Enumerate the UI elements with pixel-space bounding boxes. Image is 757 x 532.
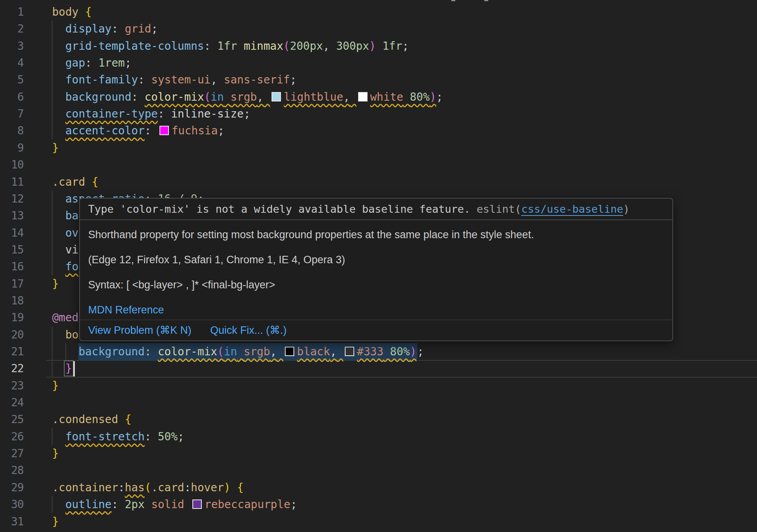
docs-browser-support: (Edge 12, Firefox 1, Safari 1, Chrome 1,…	[88, 254, 664, 266]
line-number[interactable]: 21	[0, 343, 24, 360]
line-number[interactable]: 26	[0, 428, 24, 445]
line-number[interactable]: 14	[0, 224, 24, 241]
code-token: font-stretch	[65, 430, 145, 443]
code-token	[237, 345, 244, 358]
line-number[interactable]: 13	[0, 207, 24, 224]
line-number[interactable]: 31	[0, 513, 24, 530]
code-token: :	[131, 90, 138, 103]
code-token: display	[65, 22, 112, 35]
code-line-23[interactable]: 23}	[0, 377, 757, 394]
line-number[interactable]: 6	[0, 89, 24, 105]
code-token	[145, 498, 151, 511]
line-number[interactable]: 5	[0, 71, 24, 88]
code-line-26[interactable]: 26 font-stretch: 50%;	[0, 428, 757, 445]
code-line-7[interactable]: 7 container-type: inline-size;	[0, 105, 757, 123]
code-token: in	[224, 345, 237, 358]
code-token: ;	[402, 40, 409, 52]
line-number[interactable]: 15	[0, 241, 24, 258]
code-text: bo	[52, 326, 78, 343]
line-number[interactable]: 1	[0, 4, 24, 20]
code-token	[165, 107, 171, 120]
code-token: font-family	[65, 73, 138, 86]
line-number[interactable]: 10	[0, 156, 24, 173]
code-token: vi	[65, 243, 79, 256]
line-number[interactable]: 28	[0, 462, 24, 479]
code-line-3[interactable]: 3 grid-template-columns: 1fr minmax(200p…	[0, 38, 757, 55]
code-line-10[interactable]: 10	[0, 156, 757, 174]
code-line-2[interactable]: 2 display: grid;	[0, 20, 757, 38]
code-token: :	[204, 40, 211, 52]
code-token	[52, 209, 65, 222]
diagnostic-highlight-range: background: color-mix(in srgb, black, #3…	[78, 343, 417, 361]
code-line-30[interactable]: 30 outline: 2px solid rebeccapurple;	[0, 496, 757, 513]
line-number[interactable]: 3	[0, 38, 24, 54]
diagnostic-rule-link[interactable]: css/use-baseline	[521, 203, 623, 215]
line-number[interactable]: 16	[0, 258, 24, 275]
code-text: .condensed {	[52, 411, 131, 428]
code-line-1[interactable]: 1body {	[0, 4, 757, 21]
code-line-22[interactable]: 22 }	[0, 360, 757, 377]
code-token: :	[112, 22, 118, 35]
code-token: fo	[65, 260, 79, 273]
code-token: }	[52, 447, 59, 460]
code-line-31[interactable]: 31}	[0, 513, 757, 530]
code-token	[52, 430, 65, 443]
line-number[interactable]: 22	[0, 360, 24, 377]
code-editor[interactable]: 1body {2 display: grid;3 grid-template-c…	[0, 0, 757, 532]
code-token: ,	[330, 345, 337, 358]
line-number[interactable]: 7	[0, 105, 24, 122]
code-line-6[interactable]: 6 background: color-mix(in srgb, lightbl…	[0, 89, 757, 106]
line-number[interactable]: 20	[0, 326, 24, 343]
code-line-28[interactable]: 28	[0, 462, 757, 479]
line-number[interactable]: 19	[0, 309, 24, 326]
line-number[interactable]: 4	[0, 54, 24, 71]
code-token: inline-size	[171, 107, 243, 120]
warning-squiggle-range: color-mix(in srgb, lightblue, white 80%)	[145, 90, 436, 103]
line-number[interactable]: 30	[0, 496, 24, 513]
code-line-8[interactable]: 8 accent-color: fuchsia;	[0, 122, 757, 139]
mdn-reference-link[interactable]: MDN Reference	[88, 304, 164, 316]
line-number[interactable]: 29	[0, 479, 24, 496]
code-token: .condensed	[52, 413, 118, 426]
code-line-25[interactable]: 25.condensed {	[0, 411, 757, 428]
code-text: fo	[52, 258, 78, 275]
code-line-24[interactable]: 24	[0, 394, 757, 411]
bracket-match: }	[65, 362, 72, 375]
code-text: background: color-mix(in srgb, lightblue…	[52, 89, 443, 105]
line-number[interactable]: 23	[0, 377, 24, 394]
color-swatch	[159, 126, 169, 135]
code-token	[52, 22, 65, 35]
line-number[interactable]: 11	[0, 174, 24, 190]
code-token: }	[52, 141, 59, 154]
line-number[interactable]: 18	[0, 292, 24, 309]
code-text: vi	[52, 241, 78, 258]
code-line-4[interactable]: 4 gap: 1rem;	[0, 54, 757, 72]
code-line-9[interactable]: 9}	[0, 139, 757, 157]
code-token: #333	[357, 345, 383, 358]
view-problem-button[interactable]: View Problem (⌘K N)	[88, 324, 192, 337]
hover-diagnostic-tooltip: Type 'color-mix' is not a widely availab…	[79, 198, 673, 341]
code-token: )	[430, 90, 436, 103]
code-token	[85, 176, 92, 188]
line-number[interactable]: 12	[0, 190, 24, 207]
code-token: ;	[417, 345, 424, 358]
code-line-21[interactable]: 21 background: color-mix(in srgb, black,…	[0, 343, 757, 360]
code-line-11[interactable]: 11.card {	[0, 174, 757, 191]
line-number[interactable]: 27	[0, 445, 24, 462]
line-number[interactable]: 25	[0, 411, 24, 428]
code-line-5[interactable]: 5 font-family: system-ui, sans-serif;	[0, 71, 757, 89]
code-line-27[interactable]: 27}	[0, 445, 757, 462]
line-number[interactable]: 8	[0, 122, 24, 139]
line-number[interactable]: 9	[0, 139, 24, 156]
line-number[interactable]: 24	[0, 394, 24, 411]
code-text: outline: 2px solid rebeccapurple;	[52, 496, 297, 513]
quick-fix-button[interactable]: Quick Fix... (⌘.)	[210, 324, 287, 337]
line-number[interactable]: 2	[0, 20, 24, 37]
code-text: background: color-mix(in srgb, black, #3…	[52, 343, 424, 360]
text-cursor	[73, 361, 75, 376]
code-token: hover	[191, 481, 224, 494]
code-token: :	[145, 430, 151, 443]
line-number[interactable]: 17	[0, 275, 24, 292]
code-token	[337, 345, 343, 358]
code-line-29[interactable]: 29.container:has(.card:hover) {	[0, 479, 757, 496]
